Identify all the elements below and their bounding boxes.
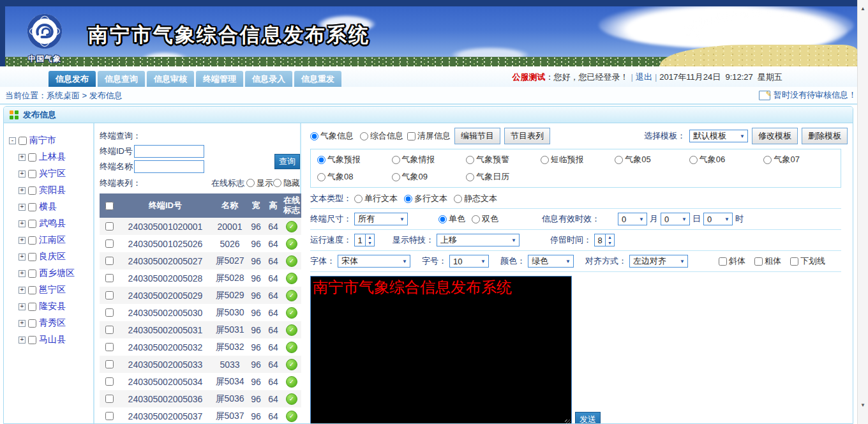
expander-icon[interactable]: + [19,287,26,294]
row-checkbox[interactable] [105,377,114,386]
tree-root-label[interactable]: 南宁市 [29,135,56,146]
tree-item-checkbox[interactable] [28,236,36,245]
table-row[interactable]: 240305002005027屏50279664✓ [100,252,301,269]
category-option[interactable]: 气象07 [763,154,838,165]
text-type-option[interactable]: 静态文本 [454,193,497,204]
tree-item-checkbox[interactable] [28,170,36,178]
expander-icon[interactable]: + [19,154,26,161]
color-mode-input[interactable] [438,215,447,223]
font-style-input[interactable] [754,257,763,266]
validity-month-select[interactable]: 0▼ [618,213,647,225]
category-input[interactable] [392,173,400,181]
category-input[interactable] [541,156,549,164]
spin-down-icon[interactable]: ▼ [606,240,614,246]
table-row[interactable]: 240305002005030屏50309664✓ [100,304,301,321]
tree-item-label[interactable]: 上林县 [39,151,66,163]
category-input[interactable] [392,156,400,164]
tree-root-checkbox[interactable] [19,137,27,145]
table-row[interactable]: 240305002005028屏50289664✓ [100,269,301,287]
tree-item-checkbox[interactable] [28,269,36,278]
category-input[interactable] [317,156,326,164]
online-flag-option[interactable]: 显示 [246,178,273,189]
send-button[interactable]: 发送 [575,412,601,424]
row-checkbox[interactable] [105,239,114,248]
table-row[interactable]: 240305002005037屏50379664✓ [100,407,301,424]
online-flag-input[interactable] [273,179,281,187]
tree-item[interactable]: +邕宁区 [19,282,93,298]
tree-item[interactable]: +上林县 [19,149,93,165]
tree-root[interactable]: - 南宁市 [9,132,93,149]
template-select[interactable]: 默认模板▼ [689,130,748,142]
tree-item[interactable]: +青秀区 [19,315,93,331]
terminal-name-input[interactable] [134,160,204,173]
row-checkbox[interactable] [105,343,114,351]
text-type-option[interactable]: 多行文本 [404,193,447,204]
validity-hour-select[interactable]: 0▼ [703,213,733,225]
category-input[interactable] [763,156,772,164]
category-input[interactable] [317,173,326,181]
tree-item[interactable]: +马山县 [19,331,93,348]
tree-item-label[interactable]: 西乡塘区 [39,268,75,279]
tree-item-checkbox[interactable] [28,319,36,328]
tree-item-label[interactable]: 横县 [39,201,57,213]
tree-item[interactable]: +西乡塘区 [19,265,93,282]
tree-item-label[interactable]: 宾阳县 [39,185,66,196]
table-row[interactable]: 240305001020001200019664✓ [100,218,301,235]
nav-tab[interactable]: 信息查询 [98,71,145,87]
validity-day-select[interactable]: 0▼ [661,213,690,225]
category-option[interactable]: 短临预报 [541,154,615,165]
tree-item[interactable]: +武鸣县 [19,215,93,232]
table-row[interactable]: 240305002005031屏50319664✓ [100,321,301,338]
tree-item-checkbox[interactable] [28,253,36,261]
tree-item-label[interactable]: 邕宁区 [39,284,66,296]
tree-item[interactable]: +横县 [19,199,93,215]
row-checkbox[interactable] [105,360,114,368]
tree-item-checkbox[interactable] [28,186,36,195]
row-checkbox[interactable] [105,257,114,265]
table-row[interactable]: 24030500102502650269664✓ [100,235,301,252]
category-option[interactable]: 气象06 [689,154,764,165]
font-select[interactable]: 宋体▼ [338,255,410,268]
row-checkbox[interactable] [105,222,114,231]
font-size-select[interactable]: 10▼ [449,255,489,268]
expander-icon[interactable]: + [19,237,26,244]
category-option[interactable]: 气象预报 [317,154,392,165]
spin-up-icon[interactable]: ▲ [366,234,374,240]
scroll-down-icon[interactable]: ▼ [858,400,868,410]
tree-item-label[interactable]: 武鸣县 [39,218,66,229]
expander-icon[interactable]: + [19,337,26,344]
tree-item-checkbox[interactable] [28,303,36,311]
nav-tab[interactable]: 信息发布 [49,71,96,87]
tree-item-label[interactable]: 隆安县 [39,301,66,312]
expander-icon[interactable]: + [19,204,26,211]
delete-template-button[interactable]: 删除模板 [802,128,848,144]
terminal-size-select[interactable]: 所有▼ [354,213,408,225]
category-option[interactable]: 气象日历 [466,171,541,183]
nav-tab[interactable]: 终端管理 [196,71,243,87]
tree-item-label[interactable]: 马山县 [39,334,66,345]
message-preview-textarea[interactable]: 南宁市气象综合信息发布系统 [310,276,572,424]
table-row[interactable]: 24030500200503350339664✓ [100,356,301,373]
tree-item-checkbox[interactable] [28,153,36,162]
font-style-option[interactable]: 下划线 [790,255,825,267]
font-style-input[interactable] [719,257,727,266]
online-flag-input[interactable] [246,179,255,187]
expander-icon[interactable]: + [19,303,26,310]
spin-down-icon[interactable]: ▼ [366,240,374,246]
row-checkbox[interactable] [105,274,114,282]
category-input[interactable] [466,173,474,181]
category-option[interactable]: 气象05 [615,154,689,165]
row-checkbox[interactable] [105,395,114,403]
tree-item-label[interactable]: 江南区 [39,234,66,246]
search-button[interactable]: 查询 [274,154,300,169]
row-checkbox[interactable] [105,412,114,420]
font-style-option[interactable]: 粗体 [754,255,781,267]
info-type-input[interactable] [360,132,368,140]
expander-icon[interactable]: + [19,170,26,178]
tree-item-checkbox[interactable] [28,220,36,228]
tree-item-label[interactable]: 良庆区 [39,251,66,262]
nav-tab[interactable]: 信息审核 [147,71,194,87]
terminal-id-input[interactable] [134,145,204,158]
info-type-input[interactable] [310,132,318,140]
nav-tab[interactable]: 信息录入 [245,71,292,87]
